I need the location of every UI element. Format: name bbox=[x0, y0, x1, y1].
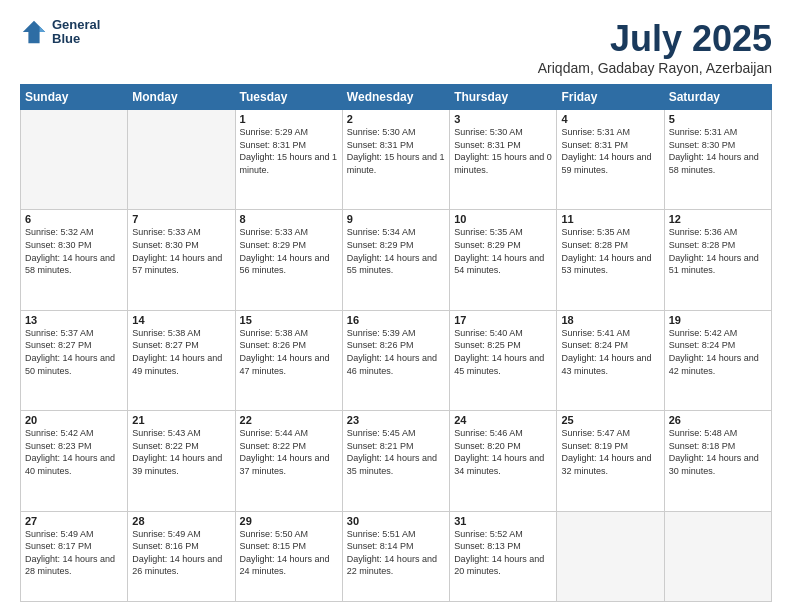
calendar-cell: 28Sunrise: 5:49 AM Sunset: 8:16 PM Dayli… bbox=[128, 511, 235, 601]
calendar-cell: 30Sunrise: 5:51 AM Sunset: 8:14 PM Dayli… bbox=[342, 511, 449, 601]
calendar-week-row: 1Sunrise: 5:29 AM Sunset: 8:31 PM Daylig… bbox=[21, 110, 772, 210]
day-detail: Sunrise: 5:37 AM Sunset: 8:27 PM Dayligh… bbox=[25, 327, 123, 377]
calendar-cell: 7Sunrise: 5:33 AM Sunset: 8:30 PM Daylig… bbox=[128, 210, 235, 310]
day-detail: Sunrise: 5:33 AM Sunset: 8:30 PM Dayligh… bbox=[132, 226, 230, 276]
day-detail: Sunrise: 5:45 AM Sunset: 8:21 PM Dayligh… bbox=[347, 427, 445, 477]
day-detail: Sunrise: 5:36 AM Sunset: 8:28 PM Dayligh… bbox=[669, 226, 767, 276]
calendar-cell: 2Sunrise: 5:30 AM Sunset: 8:31 PM Daylig… bbox=[342, 110, 449, 210]
day-detail: Sunrise: 5:39 AM Sunset: 8:26 PM Dayligh… bbox=[347, 327, 445, 377]
calendar-cell bbox=[664, 511, 771, 601]
day-detail: Sunrise: 5:44 AM Sunset: 8:22 PM Dayligh… bbox=[240, 427, 338, 477]
day-number: 18 bbox=[561, 314, 659, 326]
calendar-week-row: 13Sunrise: 5:37 AM Sunset: 8:27 PM Dayli… bbox=[21, 310, 772, 410]
day-number: 5 bbox=[669, 113, 767, 125]
day-detail: Sunrise: 5:33 AM Sunset: 8:29 PM Dayligh… bbox=[240, 226, 338, 276]
day-number: 30 bbox=[347, 515, 445, 527]
calendar-cell: 16Sunrise: 5:39 AM Sunset: 8:26 PM Dayli… bbox=[342, 310, 449, 410]
day-detail: Sunrise: 5:38 AM Sunset: 8:27 PM Dayligh… bbox=[132, 327, 230, 377]
calendar-week-row: 6Sunrise: 5:32 AM Sunset: 8:30 PM Daylig… bbox=[21, 210, 772, 310]
calendar-cell: 15Sunrise: 5:38 AM Sunset: 8:26 PM Dayli… bbox=[235, 310, 342, 410]
day-detail: Sunrise: 5:50 AM Sunset: 8:15 PM Dayligh… bbox=[240, 528, 338, 578]
day-detail: Sunrise: 5:40 AM Sunset: 8:25 PM Dayligh… bbox=[454, 327, 552, 377]
day-number: 20 bbox=[25, 414, 123, 426]
weekday-header: Monday bbox=[128, 85, 235, 110]
calendar-cell: 27Sunrise: 5:49 AM Sunset: 8:17 PM Dayli… bbox=[21, 511, 128, 601]
calendar-cell: 11Sunrise: 5:35 AM Sunset: 8:28 PM Dayli… bbox=[557, 210, 664, 310]
day-detail: Sunrise: 5:31 AM Sunset: 8:30 PM Dayligh… bbox=[669, 126, 767, 176]
day-number: 7 bbox=[132, 213, 230, 225]
weekday-header: Saturday bbox=[664, 85, 771, 110]
calendar-cell: 26Sunrise: 5:48 AM Sunset: 8:18 PM Dayli… bbox=[664, 411, 771, 511]
title-block: July 2025 Ariqdam, Gadabay Rayon, Azerba… bbox=[538, 18, 772, 76]
day-number: 3 bbox=[454, 113, 552, 125]
weekday-header: Tuesday bbox=[235, 85, 342, 110]
weekday-header: Friday bbox=[557, 85, 664, 110]
calendar-cell: 9Sunrise: 5:34 AM Sunset: 8:29 PM Daylig… bbox=[342, 210, 449, 310]
day-detail: Sunrise: 5:46 AM Sunset: 8:20 PM Dayligh… bbox=[454, 427, 552, 477]
day-number: 9 bbox=[347, 213, 445, 225]
day-number: 28 bbox=[132, 515, 230, 527]
day-detail: Sunrise: 5:47 AM Sunset: 8:19 PM Dayligh… bbox=[561, 427, 659, 477]
day-number: 31 bbox=[454, 515, 552, 527]
calendar-cell: 20Sunrise: 5:42 AM Sunset: 8:23 PM Dayli… bbox=[21, 411, 128, 511]
page: General Blue July 2025 Ariqdam, Gadabay … bbox=[0, 0, 792, 612]
day-number: 4 bbox=[561, 113, 659, 125]
day-number: 19 bbox=[669, 314, 767, 326]
day-number: 23 bbox=[347, 414, 445, 426]
day-detail: Sunrise: 5:43 AM Sunset: 8:22 PM Dayligh… bbox=[132, 427, 230, 477]
main-title: July 2025 bbox=[538, 18, 772, 60]
weekday-header-row: SundayMondayTuesdayWednesdayThursdayFrid… bbox=[21, 85, 772, 110]
day-detail: Sunrise: 5:35 AM Sunset: 8:28 PM Dayligh… bbox=[561, 226, 659, 276]
day-number: 1 bbox=[240, 113, 338, 125]
logo-line2: Blue bbox=[52, 32, 100, 46]
calendar-cell: 22Sunrise: 5:44 AM Sunset: 8:22 PM Dayli… bbox=[235, 411, 342, 511]
calendar-cell: 29Sunrise: 5:50 AM Sunset: 8:15 PM Dayli… bbox=[235, 511, 342, 601]
weekday-header: Thursday bbox=[450, 85, 557, 110]
day-detail: Sunrise: 5:32 AM Sunset: 8:30 PM Dayligh… bbox=[25, 226, 123, 276]
calendar-cell: 12Sunrise: 5:36 AM Sunset: 8:28 PM Dayli… bbox=[664, 210, 771, 310]
calendar-cell: 3Sunrise: 5:30 AM Sunset: 8:31 PM Daylig… bbox=[450, 110, 557, 210]
calendar-cell: 31Sunrise: 5:52 AM Sunset: 8:13 PM Dayli… bbox=[450, 511, 557, 601]
calendar-week-row: 20Sunrise: 5:42 AM Sunset: 8:23 PM Dayli… bbox=[21, 411, 772, 511]
day-number: 10 bbox=[454, 213, 552, 225]
day-number: 21 bbox=[132, 414, 230, 426]
day-detail: Sunrise: 5:41 AM Sunset: 8:24 PM Dayligh… bbox=[561, 327, 659, 377]
calendar-cell: 14Sunrise: 5:38 AM Sunset: 8:27 PM Dayli… bbox=[128, 310, 235, 410]
calendar-cell: 6Sunrise: 5:32 AM Sunset: 8:30 PM Daylig… bbox=[21, 210, 128, 310]
calendar-table: SundayMondayTuesdayWednesdayThursdayFrid… bbox=[20, 84, 772, 602]
day-number: 2 bbox=[347, 113, 445, 125]
day-detail: Sunrise: 5:51 AM Sunset: 8:14 PM Dayligh… bbox=[347, 528, 445, 578]
day-detail: Sunrise: 5:35 AM Sunset: 8:29 PM Dayligh… bbox=[454, 226, 552, 276]
calendar-body: 1Sunrise: 5:29 AM Sunset: 8:31 PM Daylig… bbox=[21, 110, 772, 602]
weekday-header: Wednesday bbox=[342, 85, 449, 110]
calendar-cell: 5Sunrise: 5:31 AM Sunset: 8:30 PM Daylig… bbox=[664, 110, 771, 210]
day-detail: Sunrise: 5:29 AM Sunset: 8:31 PM Dayligh… bbox=[240, 126, 338, 176]
logo-icon bbox=[20, 18, 48, 46]
day-number: 14 bbox=[132, 314, 230, 326]
day-number: 29 bbox=[240, 515, 338, 527]
day-number: 15 bbox=[240, 314, 338, 326]
calendar-cell: 4Sunrise: 5:31 AM Sunset: 8:31 PM Daylig… bbox=[557, 110, 664, 210]
calendar-cell: 8Sunrise: 5:33 AM Sunset: 8:29 PM Daylig… bbox=[235, 210, 342, 310]
calendar-cell bbox=[557, 511, 664, 601]
day-detail: Sunrise: 5:30 AM Sunset: 8:31 PM Dayligh… bbox=[347, 126, 445, 176]
weekday-header: Sunday bbox=[21, 85, 128, 110]
logo: General Blue bbox=[20, 18, 100, 47]
calendar-cell: 13Sunrise: 5:37 AM Sunset: 8:27 PM Dayli… bbox=[21, 310, 128, 410]
logo-line1: General bbox=[52, 18, 100, 32]
calendar-cell: 24Sunrise: 5:46 AM Sunset: 8:20 PM Dayli… bbox=[450, 411, 557, 511]
day-detail: Sunrise: 5:49 AM Sunset: 8:17 PM Dayligh… bbox=[25, 528, 123, 578]
day-detail: Sunrise: 5:42 AM Sunset: 8:23 PM Dayligh… bbox=[25, 427, 123, 477]
calendar-cell: 1Sunrise: 5:29 AM Sunset: 8:31 PM Daylig… bbox=[235, 110, 342, 210]
day-number: 6 bbox=[25, 213, 123, 225]
logo-text: General Blue bbox=[52, 18, 100, 47]
day-number: 24 bbox=[454, 414, 552, 426]
calendar-week-row: 27Sunrise: 5:49 AM Sunset: 8:17 PM Dayli… bbox=[21, 511, 772, 601]
day-detail: Sunrise: 5:34 AM Sunset: 8:29 PM Dayligh… bbox=[347, 226, 445, 276]
calendar-cell: 18Sunrise: 5:41 AM Sunset: 8:24 PM Dayli… bbox=[557, 310, 664, 410]
calendar-cell: 19Sunrise: 5:42 AM Sunset: 8:24 PM Dayli… bbox=[664, 310, 771, 410]
day-number: 22 bbox=[240, 414, 338, 426]
day-detail: Sunrise: 5:49 AM Sunset: 8:16 PM Dayligh… bbox=[132, 528, 230, 578]
calendar-cell: 25Sunrise: 5:47 AM Sunset: 8:19 PM Dayli… bbox=[557, 411, 664, 511]
day-number: 25 bbox=[561, 414, 659, 426]
